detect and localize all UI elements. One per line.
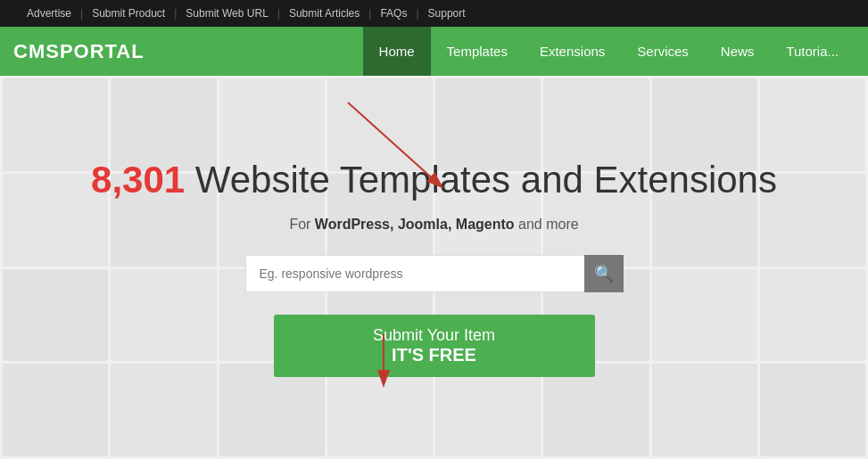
- template-count: 8,301: [91, 159, 185, 201]
- submit-line2: IT'S FREE: [392, 345, 476, 365]
- hero-content: 8,301 Website Templates and Extensions F…: [91, 158, 777, 376]
- submit-line1: Submit Your Item: [373, 326, 495, 345]
- main-nav: Home Templates Extensions Services News …: [363, 27, 855, 76]
- search-button[interactable]: 🔍: [584, 255, 624, 292]
- advertise-link[interactable]: Advertise: [18, 7, 80, 20]
- nav-home[interactable]: Home: [363, 27, 431, 76]
- nav-services[interactable]: Services: [621, 27, 705, 76]
- subtitle-suffix: and more: [515, 217, 579, 232]
- site-logo: CMSPORTAL: [13, 40, 145, 63]
- top-bar: Advertise | Submit Product | Submit Web …: [0, 0, 868, 27]
- submit-product-link[interactable]: Submit Product: [83, 7, 174, 20]
- submit-articles-link[interactable]: Submit Articles: [280, 7, 368, 20]
- submit-item-button[interactable]: Submit Your Item IT'S FREE: [274, 315, 595, 377]
- faqs-link[interactable]: FAQs: [371, 7, 416, 20]
- nav-bar: CMSPORTAL Home Templates Extensions Serv…: [0, 27, 868, 76]
- search-input[interactable]: [245, 255, 584, 292]
- search-icon: 🔍: [594, 264, 614, 283]
- submit-web-url-link[interactable]: Submit Web URL: [177, 7, 277, 20]
- subtitle-platforms: WordPress, Joomla, Magento: [315, 217, 515, 232]
- nav-templates[interactable]: Templates: [431, 27, 524, 76]
- hero-title: 8,301 Website Templates and Extensions: [91, 158, 777, 202]
- nav-news[interactable]: News: [705, 27, 771, 76]
- hero-subtitle: For WordPress, Joomla, Magento and more: [289, 217, 578, 233]
- search-row: 🔍: [245, 255, 624, 292]
- subtitle-prefix: For: [289, 217, 314, 232]
- nav-tutorials[interactable]: Tutoria...: [770, 27, 855, 76]
- hero-title-suffix: Website Templates and Extensions: [185, 159, 777, 201]
- hero-section: 8,301 Website Templates and Extensions F…: [0, 76, 868, 459]
- nav-extensions[interactable]: Extensions: [524, 27, 621, 76]
- support-link[interactable]: Support: [419, 7, 475, 20]
